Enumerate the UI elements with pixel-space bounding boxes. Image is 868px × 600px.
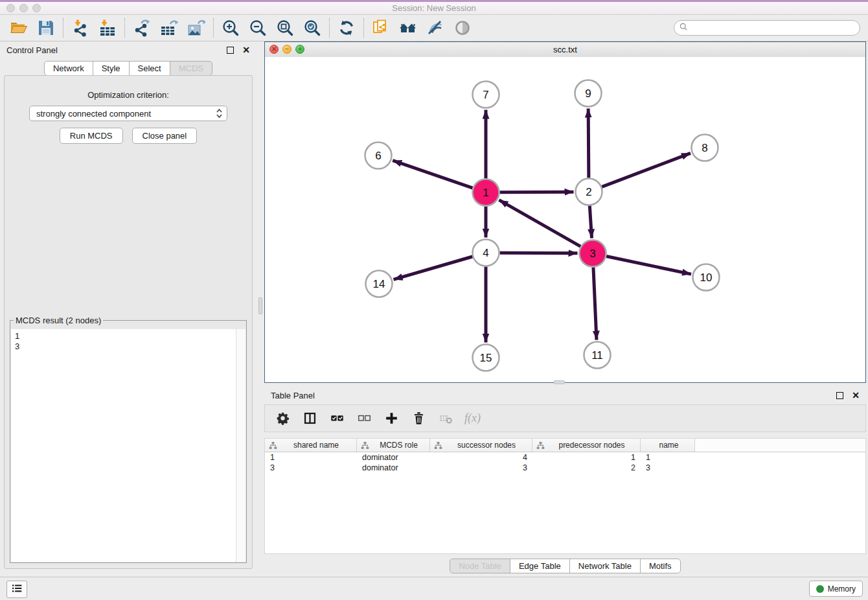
- graph-node-4[interactable]: 4: [473, 240, 499, 266]
- memory-button[interactable]: Memory: [809, 581, 863, 597]
- new-network-from-selection-button[interactable]: [367, 17, 394, 39]
- table-tab-node-table[interactable]: Node Table: [450, 559, 510, 573]
- toolbar-separator: [124, 18, 125, 38]
- delete-row-icon: [412, 411, 426, 425]
- table-header-row: shared nameMCDS rolesuccessor nodesprede…: [265, 439, 865, 452]
- graph-node-10[interactable]: 10: [693, 264, 720, 291]
- import-table-button[interactable]: [94, 17, 121, 39]
- function-builder-button[interactable]: f(x): [464, 410, 481, 427]
- graph-node-8[interactable]: 8: [692, 135, 718, 161]
- deselect-all-icon: [358, 411, 371, 425]
- svg-text:11: 11: [591, 349, 603, 362]
- refresh-button[interactable]: [333, 17, 360, 39]
- maximize-frame-icon[interactable]: +: [295, 45, 304, 54]
- table-tab-network-table[interactable]: Network Table: [569, 559, 641, 573]
- minimize-frame-icon[interactable]: −: [282, 45, 291, 54]
- table-row[interactable]: 3dominator323: [265, 463, 865, 473]
- column-header-predecessor-nodes[interactable]: predecessor nodes: [532, 439, 641, 452]
- open-folder-button[interactable]: [5, 17, 32, 39]
- graph-edge-1-6[interactable]: [393, 161, 472, 188]
- close-panel-icon[interactable]: ✕: [242, 45, 250, 54]
- column-selector-button[interactable]: [301, 410, 318, 427]
- float-table-panel-icon[interactable]: [836, 392, 843, 399]
- tab-style[interactable]: Style: [93, 61, 130, 76]
- network-window-titlebar[interactable]: ✕ − + scc.txt: [265, 42, 865, 58]
- graph-node-9[interactable]: 9: [575, 80, 602, 107]
- float-panel-icon[interactable]: [227, 47, 234, 54]
- gear-button[interactable]: [274, 410, 291, 427]
- table-cell: 3: [430, 463, 532, 472]
- close-table-panel-icon[interactable]: ✕: [852, 391, 860, 400]
- refresh-icon: [337, 19, 356, 37]
- graph-node-14[interactable]: 14: [366, 271, 393, 297]
- minimize-window-icon[interactable]: [19, 4, 28, 12]
- network-canvas[interactable]: 7968124314101511: [265, 57, 865, 382]
- graph-node-2[interactable]: 2: [576, 179, 602, 205]
- graph-edge-1-2[interactable]: [499, 192, 573, 192]
- export-table-button[interactable]: [155, 17, 183, 39]
- tab-mcds[interactable]: MCDS: [170, 61, 212, 76]
- column-header-shared-name[interactable]: shared name: [265, 439, 357, 452]
- graph-edge-3-1[interactable]: [499, 200, 580, 247]
- graph-edge-4-3[interactable]: [499, 253, 577, 253]
- graph-node-7[interactable]: 7: [473, 82, 499, 108]
- delete-row-button[interactable]: [410, 410, 427, 427]
- deselect-all-button[interactable]: [356, 410, 372, 427]
- control-panel: Control Panel ✕ NetworkStyleSelectMCDS O…: [0, 41, 257, 575]
- vertical-splitter-handle[interactable]: [258, 297, 262, 314]
- graph-edge-2-8[interactable]: [602, 153, 691, 187]
- export-image-button[interactable]: [183, 17, 210, 39]
- column-header-name[interactable]: name: [641, 439, 695, 452]
- show-graphics-button[interactable]: [449, 17, 476, 39]
- first-neighbors-button[interactable]: [394, 17, 422, 39]
- save-button[interactable]: [32, 17, 60, 39]
- export-network-button[interactable]: [128, 17, 155, 39]
- graph-edge-2-9[interactable]: [588, 108, 589, 178]
- column-header-successor-nodes[interactable]: successor nodes: [430, 439, 532, 452]
- graph-node-1[interactable]: 1: [473, 179, 499, 206]
- delete-column-button[interactable]: [437, 410, 454, 427]
- add-row-button[interactable]: [383, 410, 400, 427]
- search-box[interactable]: [674, 20, 860, 36]
- zoom-out-button[interactable]: [244, 17, 271, 39]
- zoom-selected-button[interactable]: [299, 17, 326, 39]
- column-header-label: MCDS role: [369, 441, 428, 450]
- task-list-icon: [12, 584, 23, 595]
- tab-network[interactable]: Network: [44, 61, 93, 76]
- tab-select[interactable]: Select: [129, 61, 170, 76]
- hide-graphics-button[interactable]: [422, 17, 449, 39]
- table-tab-edge-table[interactable]: Edge Table: [510, 559, 570, 573]
- graph-node-3[interactable]: 3: [580, 240, 606, 267]
- criterion-select[interactable]: strongly connected component: [29, 106, 227, 121]
- maximize-window-icon[interactable]: [32, 4, 41, 12]
- graph-node-6[interactable]: 6: [365, 143, 392, 169]
- import-network-button[interactable]: [67, 17, 94, 39]
- graph-edge-2-3[interactable]: [589, 205, 591, 238]
- graph-edge-3-11[interactable]: [593, 267, 597, 340]
- column-header-mcds-role[interactable]: MCDS role: [357, 439, 430, 452]
- horizontal-splitter-handle[interactable]: [554, 380, 565, 384]
- graph-node-11[interactable]: 11: [584, 342, 611, 369]
- zoom-in-button[interactable]: [217, 17, 244, 39]
- close-panel-button[interactable]: Close panel: [132, 128, 198, 144]
- column-selector-icon: [303, 411, 317, 425]
- graph-edge-3-10[interactable]: [606, 256, 691, 274]
- tree-icon: [434, 441, 442, 450]
- table-row[interactable]: 1dominator411: [265, 452, 865, 463]
- control-panel-header: Control Panel ✕: [0, 41, 257, 58]
- result-scrollbar[interactable]: [236, 329, 246, 562]
- zoom-fit-button[interactable]: [271, 17, 299, 39]
- table-cell: 1: [532, 453, 641, 462]
- new-network-from-selection-icon: [372, 19, 390, 37]
- table-tab-motifs[interactable]: Motifs: [640, 559, 681, 573]
- graph-edge-4-14[interactable]: [394, 257, 473, 279]
- close-frame-icon[interactable]: ✕: [269, 45, 279, 54]
- network-window-controls: ✕ − +: [269, 45, 304, 54]
- select-all-button[interactable]: [328, 410, 345, 427]
- task-history-button[interactable]: [6, 581, 27, 598]
- graph-node-15[interactable]: 15: [473, 345, 499, 371]
- main-toolbar: [0, 15, 868, 41]
- close-window-icon[interactable]: [6, 4, 15, 12]
- search-input[interactable]: [691, 21, 860, 34]
- run-mcds-button[interactable]: Run MCDS: [60, 128, 123, 144]
